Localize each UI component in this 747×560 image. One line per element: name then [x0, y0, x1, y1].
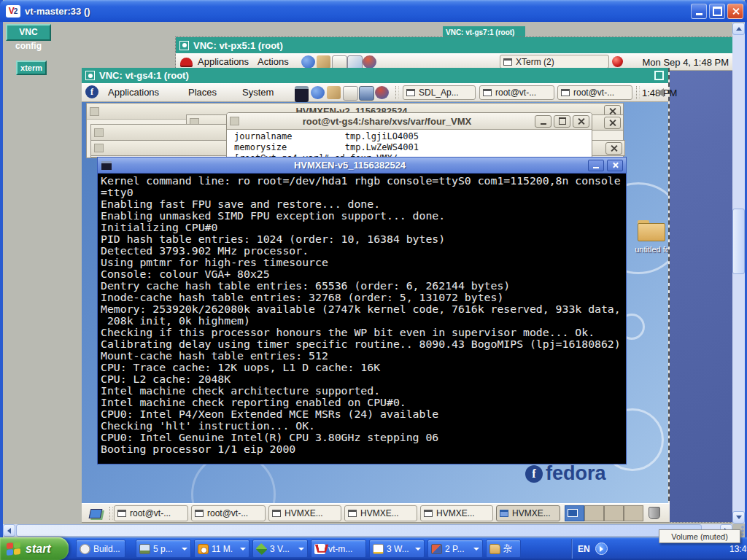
gs4-menu-system[interactable]: System: [242, 87, 274, 98]
globe-launcher-icon[interactable]: [363, 55, 376, 69]
workspace-2[interactable]: [584, 505, 604, 521]
gs4-window-button-4-label: HVMXE...: [360, 508, 399, 518]
workspace-1-active[interactable]: [565, 505, 584, 521]
vnc-gs4-titlebar[interactable]: VNC: vt-gs4:1 (root): [82, 68, 668, 83]
chevron-down-icon: [415, 548, 421, 551]
gs4-task-root1[interactable]: root@vt-...: [479, 85, 554, 100]
maximize-button[interactable]: [709, 4, 725, 19]
vt-master-titlebar[interactable]: V2 vt-master:33 (): [0, 0, 747, 22]
arrow-up-icon: [736, 27, 742, 31]
chevron-down-icon: [240, 548, 246, 551]
taskbar-group-button[interactable]: 11 M.: [194, 540, 249, 558]
fedora-menu-icon[interactable]: f: [85, 85, 98, 98]
close-icon: [608, 119, 616, 127]
horizontal-scroll-thumb[interactable]: [16, 524, 702, 537]
vertical-scrollbar[interactable]: [732, 23, 745, 524]
vnc-px5-titlebar[interactable]: VNC: vt-px5:1 (root): [176, 37, 735, 53]
gs4-task-root2[interactable]: root@vt-...: [557, 85, 632, 100]
px5-taskbar-xterm-button[interactable]: XTerm (2): [500, 55, 609, 69]
close-button[interactable]: [727, 4, 743, 19]
gs4-window-button-6-active[interactable]: HVMXE...: [496, 505, 560, 521]
taskbar-button-folder[interactable]: 杂: [486, 540, 521, 558]
workspace-switcher[interactable]: [565, 505, 643, 521]
gs4-menu-applications[interactable]: Applications: [108, 87, 159, 98]
alert-ball-icon[interactable]: [612, 56, 623, 67]
show-desktop-button[interactable]: [85, 506, 107, 521]
taskbar-button-label: vt-m...: [328, 544, 352, 554]
taskbar-button-build[interactable]: Build...: [76, 540, 125, 558]
window-icon: [195, 510, 204, 517]
browser-launcher-icon[interactable]: [311, 86, 325, 99]
vnc-window-icon: [85, 71, 95, 80]
desktop-folder-label[interactable]: untitled fo: [623, 245, 668, 254]
px5-menu-applications[interactable]: Applications: [198, 56, 249, 67]
close-button[interactable]: [607, 160, 623, 171]
terminal-launcher-icon[interactable]: [295, 86, 309, 102]
vertical-scroll-thumb[interactable]: [732, 209, 745, 274]
vnc-config-button[interactable]: VNC config: [6, 24, 51, 41]
tray-clock[interactable]: 13:49: [729, 544, 747, 554]
window-icon: [500, 510, 508, 517]
px5-menu-actions[interactable]: Actions: [258, 56, 289, 67]
putty-app-icon: [431, 544, 442, 554]
minimize-button[interactable]: [535, 115, 551, 128]
taskbar-group-button[interactable]: 2 P...: [427, 540, 483, 558]
minimize-button[interactable]: [691, 4, 707, 19]
gs4-window-button-3[interactable]: HVMXE...: [268, 505, 341, 521]
gs4-window-button-5[interactable]: HVMXE...: [420, 505, 493, 521]
start-button[interactable]: start: [0, 537, 69, 560]
show-hidden-icons-button[interactable]: [595, 542, 608, 555]
gs4-menu-places[interactable]: Places: [188, 87, 217, 98]
close-button[interactable]: [573, 115, 589, 128]
close-button[interactable]: [604, 117, 621, 129]
window-icon: [272, 510, 281, 517]
minimize-icon: [593, 167, 599, 168]
horizontal-scrollbar[interactable]: [3, 524, 732, 537]
taskbar-button-label: 杂: [503, 542, 512, 555]
taskbar-button-vt-master[interactable]: vt-m...: [311, 540, 366, 558]
minimize-icon: [541, 123, 546, 125]
minimize-button[interactable]: [588, 160, 604, 171]
mail-launcher-icon[interactable]: [327, 86, 341, 99]
notepad-app-icon: [373, 544, 384, 554]
hvmxen-v5-titlebar[interactable]: HVMXEN-v5_1156382524: [98, 158, 626, 174]
editor-launcher-icon[interactable]: [343, 86, 358, 101]
xterm-button[interactable]: xterm: [16, 61, 47, 75]
kernel-log-text: Kernel command line: ro root=/dev/hda1 r…: [98, 174, 626, 464]
screenshot-launcher-icon[interactable]: [359, 86, 374, 101]
chevron-down-icon: [473, 548, 479, 551]
px5-clock[interactable]: Mon Sep 4, 1:48 PM: [642, 57, 729, 68]
mail-launcher-icon[interactable]: [317, 55, 330, 69]
four-vmx-terminal-output[interactable]: journalname tmp.lgjiLO4005 memorysize tm…: [227, 130, 592, 159]
workspace-3[interactable]: [604, 505, 624, 521]
minimize-icon: [696, 13, 703, 15]
language-indicator[interactable]: EN: [578, 544, 590, 554]
scroll-left-button[interactable]: [3, 524, 15, 537]
background-window-titlebar[interactable]: [91, 125, 244, 141]
gs4-window-button-2[interactable]: root@vt-...: [191, 505, 266, 521]
volume-icon[interactable]: [657, 88, 664, 97]
gs4-window-button-4[interactable]: HVMXE...: [344, 505, 417, 521]
vnc-app-icon: V2: [6, 5, 20, 18]
taskbar-group-button[interactable]: 3 V...: [252, 540, 308, 558]
gs4-task-sdl[interactable]: SDL_Ap...: [403, 85, 476, 100]
hvmxen-v5-terminal-output[interactable]: Kernel command line: ro root=/dev/hda1 r…: [98, 174, 626, 464]
scroll-down-button[interactable]: [732, 511, 745, 524]
workspace-4[interactable]: [624, 505, 643, 521]
network-launcher-icon[interactable]: [375, 86, 389, 99]
window-menu-icon[interactable]: [654, 71, 664, 80]
browser-launcher-icon[interactable]: [301, 55, 315, 69]
four-vmx-title: root@vt-gs4:/share/xvs/var/four_VMX: [239, 116, 535, 127]
scroll-up-button[interactable]: [732, 23, 745, 35]
four-vmx-titlebar[interactable]: root@vt-gs4:/share/xvs/var/four_VMX: [227, 113, 592, 130]
close-button[interactable]: [605, 142, 622, 155]
taskbar-group-button[interactable]: 3 W...: [369, 540, 425, 558]
taskbar-group-button[interactable]: 5 p...: [136, 540, 191, 558]
vnc-app-icon: [314, 544, 325, 554]
terminal-icon: [101, 161, 112, 170]
gs4-window-button-1[interactable]: root@vt-...: [114, 505, 188, 521]
desktop-folder-icon[interactable]: [638, 220, 665, 242]
maximize-button[interactable]: [554, 115, 570, 128]
trash-icon[interactable]: [649, 507, 660, 519]
redhat-menu-icon[interactable]: [180, 58, 193, 66]
